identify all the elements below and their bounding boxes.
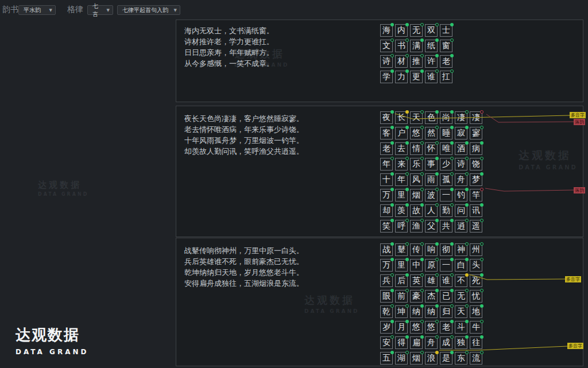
char-cell: 鼙 (395, 243, 408, 256)
char-cell: 病 (470, 142, 482, 155)
char-cell: 流 (470, 352, 482, 365)
pattern-select[interactable]: 七律平起首句入韵 ▼ (117, 5, 180, 15)
char-cell: 色 (425, 111, 438, 124)
tone-dot-icon (450, 157, 454, 160)
char-cell: 睡 (440, 127, 452, 140)
tone-dot-icon (465, 172, 469, 176)
char-cell: 是 (440, 352, 452, 365)
char-cell: 雄 (425, 274, 438, 287)
meter-select[interactable]: 七言 ▼ (87, 5, 113, 15)
char-grid-row: 乾坤纳纳归天地 (380, 305, 485, 319)
char-cell: 来 (395, 158, 408, 171)
char-grid-row: 笑呼渔父共逍遥 (380, 220, 485, 233)
char-cell: 豪 (410, 290, 423, 303)
tone-dot-icon (405, 335, 409, 339)
char-cell: 烟 (410, 352, 423, 365)
char-cell: 雨 (425, 173, 438, 186)
char-cell: 去 (395, 142, 408, 155)
tone-dot-icon (450, 289, 454, 292)
poem-line: 诗材推许老，学力更谁扛。 (184, 36, 274, 47)
char-cell: 舟 (425, 336, 438, 349)
char-grid-row: 万里中原一白头 (380, 259, 485, 272)
tone-dot-icon (390, 23, 394, 26)
tone-dot-icon (465, 219, 469, 222)
tone-dot-icon (405, 54, 409, 57)
char-grid-row: 年来乐事少诗饶 (380, 158, 485, 171)
tone-dot-icon (405, 289, 409, 292)
char-cell: 扛 (440, 71, 452, 83)
tone-dot-icon (435, 110, 439, 114)
char-cell: 许 (425, 55, 438, 68)
poem-line: 夜长天色尚凄凄，客户悠然睡寂寥。 (184, 113, 304, 124)
char-cell: 力 (395, 71, 408, 83)
tone-dot-icon (390, 203, 394, 207)
char-cell: 人 (425, 204, 438, 217)
char-cell: 文 (380, 40, 393, 52)
char-cell: 推 (410, 55, 423, 68)
tone-dot-icon (465, 351, 469, 354)
char-cell: 眼 (380, 290, 393, 303)
char-cell: 羡 (395, 204, 408, 217)
tone-dot-icon (435, 157, 439, 160)
tone-dot-icon (480, 141, 483, 145)
char-cell: 户 (395, 127, 408, 140)
char-cell: 悠 (410, 321, 423, 334)
tone-dot-icon (480, 110, 483, 114)
tone-dot-icon (435, 351, 439, 354)
tone-dot-icon (465, 289, 469, 292)
char-cell: 寥 (470, 127, 482, 140)
chevron-down-icon: ▼ (107, 8, 110, 13)
tone-dot-icon (405, 273, 409, 277)
char-grid-row: 兵后英雄谁不死 (380, 274, 485, 288)
tone-dot-icon (390, 188, 394, 191)
char-cell: 老 (440, 55, 452, 68)
char-cell: 彻 (440, 243, 452, 256)
tone-dot-icon (390, 69, 394, 73)
char-grid-row: 十年风雨孤舟梦 (380, 173, 485, 187)
tone-dot-icon (390, 157, 394, 160)
char-grid-row: 海内无双士 (380, 24, 455, 37)
tone-dot-icon (480, 157, 483, 160)
tone-dot-icon (420, 320, 424, 323)
char-cell: 年 (395, 173, 408, 186)
rhyme-book-select[interactable]: 平水韵 ▼ (18, 5, 56, 15)
tone-dot-icon (450, 172, 454, 176)
char-cell: 往 (470, 336, 482, 349)
tone-dot-icon (435, 203, 439, 207)
watermark: 达观数据DATA GRAND (38, 180, 88, 197)
tone-dot-icon (390, 258, 394, 261)
char-cell: 烟 (410, 189, 423, 202)
tone-dot-icon (435, 219, 439, 222)
tone-dot-icon (450, 110, 454, 114)
char-cell: 杰 (425, 290, 438, 303)
char-cell: 情 (410, 142, 423, 155)
char-cell: 无 (455, 290, 467, 303)
tone-dot-icon (420, 304, 424, 308)
char-cell: 饶 (470, 158, 482, 171)
tone-dot-icon (390, 335, 394, 339)
tone-dot-icon (435, 54, 439, 57)
char-cell: 一 (440, 189, 452, 202)
char-cell: 夜 (380, 111, 393, 124)
tone-dot-icon (450, 23, 454, 26)
char-cell: 月 (395, 321, 408, 334)
tone-dot-icon (465, 335, 469, 339)
char-cell: 天 (410, 111, 423, 124)
char-cell: 扁 (410, 336, 423, 349)
poem-panel: 战鼙传响彻神州，万里中原一白头。兵后英雄谁不死，眼前豪杰已无忧。乾坤纳纳归天地，… (176, 238, 583, 366)
char-cell: 凄 (470, 111, 482, 124)
poem-panel: 海内无双士，文书满纸窗。诗材推许老，学力更谁扛。日日思亲寿，年年赋畔方。从今多感… (176, 20, 583, 102)
char-cell: 五 (380, 352, 393, 365)
tone-dot-icon (405, 110, 409, 114)
char-cell: 问 (455, 204, 467, 217)
char-cell: 孤 (440, 173, 452, 186)
char-grid-row: 岁月悠悠老斗牛 (380, 321, 485, 334)
char-cell: 风 (410, 173, 423, 186)
char-cell: 材 (395, 55, 408, 68)
tone-dot-icon (405, 304, 409, 308)
tone-dot-icon (420, 289, 424, 292)
rhyme-book-value: 平水韵 (24, 6, 41, 14)
char-cell: 里 (395, 259, 408, 272)
tone-dot-icon (405, 258, 409, 261)
char-cell: 纳 (410, 305, 423, 318)
